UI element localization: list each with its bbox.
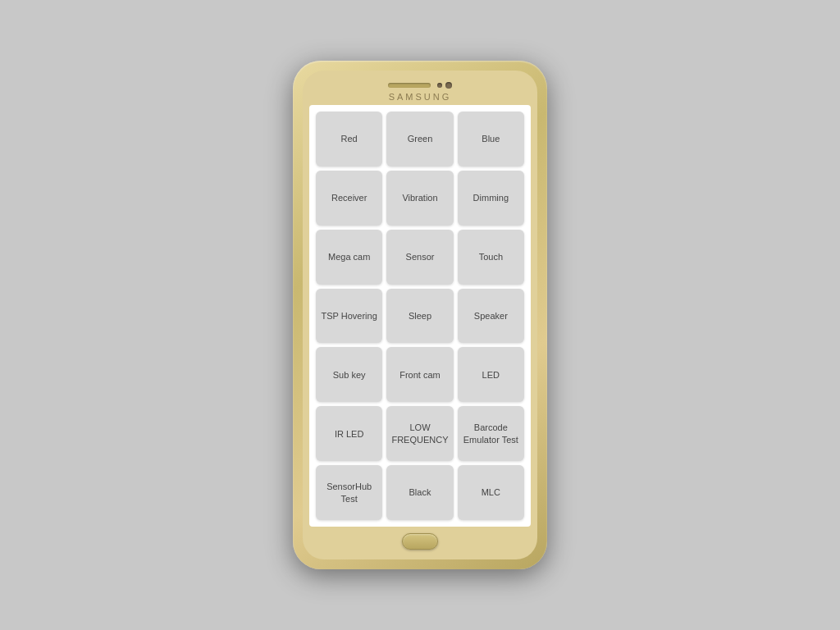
home-button[interactable] [402,533,438,550]
button-row-5: IR LEDLOW FREQUENCYBarcode Emulator Test [316,406,524,461]
screen: RedGreenBlueReceiverVibrationDimmingMega… [309,105,531,527]
phone-inner: SAMSUNG RedGreenBlueReceiverVibrationDim… [303,71,537,559]
top-bar [309,77,531,92]
button-row-1: ReceiverVibrationDimming [316,171,524,226]
app-button-1-1[interactable]: Vibration [386,171,453,226]
app-button-4-2[interactable]: LED [458,347,524,402]
app-button-1-0[interactable]: Receiver [316,171,382,226]
app-button-1-2[interactable]: Dimming [458,171,524,226]
app-button-0-0[interactable]: Red [316,112,382,167]
brand-label: SAMSUNG [389,92,452,102]
app-button-6-0[interactable]: SensorHub Test [316,465,382,520]
button-row-3: TSP HoveringSleepSpeaker [316,289,524,344]
button-row-6: SensorHub TestBlackMLC [316,465,524,520]
app-button-0-1[interactable]: Green [386,112,453,167]
phone-device: SAMSUNG RedGreenBlueReceiverVibrationDim… [293,61,547,569]
button-row-4: Sub keyFront camLED [316,347,524,402]
app-button-5-2[interactable]: Barcode Emulator Test [458,406,524,461]
app-button-3-1[interactable]: Sleep [386,289,453,344]
button-row-0: RedGreenBlue [316,112,524,167]
app-button-5-0[interactable]: IR LED [316,406,382,461]
button-row-2: Mega camSensorTouch [316,230,524,285]
app-button-2-0[interactable]: Mega cam [316,230,382,285]
app-button-6-2[interactable]: MLC [458,465,524,520]
app-button-2-2[interactable]: Touch [458,230,524,285]
app-button-4-1[interactable]: Front cam [386,347,453,402]
speaker-grille [388,83,431,88]
front-camera [445,82,452,89]
app-button-3-0[interactable]: TSP Hovering [316,289,382,344]
app-button-3-2[interactable]: Speaker [458,289,524,344]
sensor-dot [437,83,442,88]
app-button-2-1[interactable]: Sensor [386,230,453,285]
app-button-5-1[interactable]: LOW FREQUENCY [386,406,453,461]
app-button-0-2[interactable]: Blue [458,112,524,167]
app-button-4-0[interactable]: Sub key [316,347,382,402]
bottom-bar [309,527,531,553]
app-button-6-1[interactable]: Black [386,465,453,520]
